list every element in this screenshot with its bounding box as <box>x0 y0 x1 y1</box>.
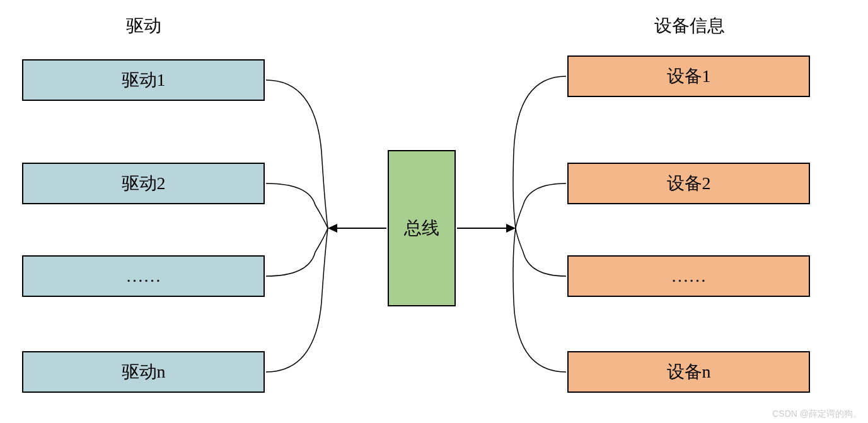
bus-box: 总线 <box>388 150 456 306</box>
driver-box-2: 驱动2 <box>22 163 265 204</box>
device-box-4: 设备n <box>567 351 810 393</box>
device-header: 设备信息 <box>654 14 725 38</box>
device-box-2: 设备2 <box>567 163 810 204</box>
device-box-3: …… <box>567 255 810 297</box>
driver-box-2-label: 驱动2 <box>122 171 166 195</box>
svg-marker-3 <box>506 224 516 233</box>
device-box-1: 设备1 <box>567 55 810 97</box>
driver-box-4: 驱动n <box>22 351 265 393</box>
bus-label: 总线 <box>404 216 439 240</box>
driver-box-3-label: …… <box>126 266 161 286</box>
device-box-2-label: 设备2 <box>667 171 711 195</box>
driver-box-1-label: 驱动1 <box>122 68 166 92</box>
driver-box-3: …… <box>22 255 265 297</box>
device-box-1-label: 设备1 <box>667 64 711 88</box>
driver-box-1: 驱动1 <box>22 59 265 101</box>
device-box-3-label: …… <box>671 266 707 286</box>
device-box-4-label: 设备n <box>667 360 711 384</box>
driver-box-4-label: 驱动n <box>122 360 166 384</box>
svg-marker-1 <box>328 224 337 233</box>
driver-header: 驱动 <box>126 14 161 38</box>
watermark: CSDN @薛定谔的狗。 <box>772 409 862 420</box>
